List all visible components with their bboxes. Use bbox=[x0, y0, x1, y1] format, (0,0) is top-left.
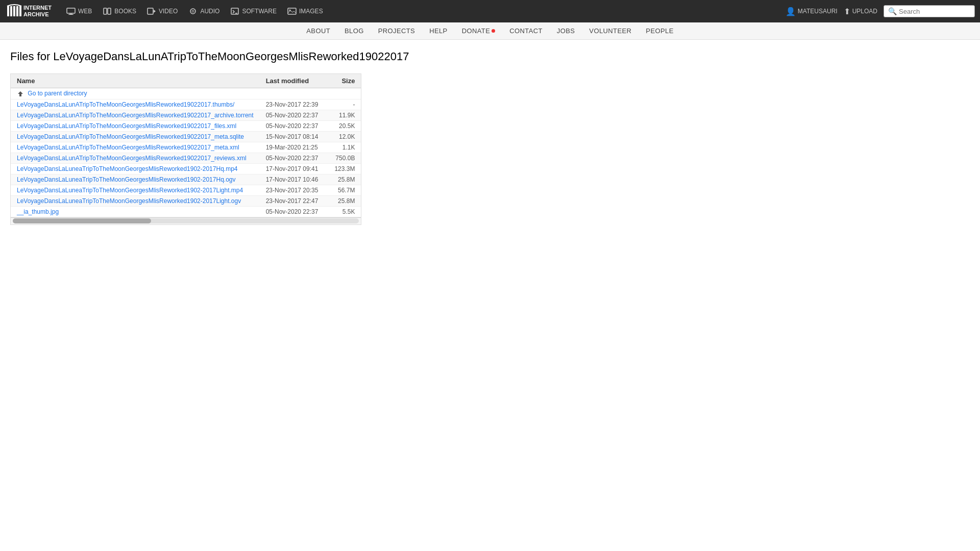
svg-rect-3 bbox=[13, 6, 15, 16]
user-link[interactable]: 👤 MATEUSAURI bbox=[786, 7, 838, 16]
file-size-cell: 5.5K bbox=[328, 206, 361, 217]
topbar-right: 👤 MATEUSAURI ⬆ UPLOAD 🔍 bbox=[786, 5, 975, 17]
nav-images[interactable]: IMAGES bbox=[283, 4, 327, 18]
file-date-cell: 05-Nov-2020 22:37 bbox=[260, 120, 329, 131]
file-name-cell: LeVoyageDansLaLunATripToTheMoonGeorgesMl… bbox=[11, 120, 260, 131]
horizontal-scrollbar[interactable] bbox=[11, 217, 361, 224]
file-date-cell: 05-Nov-2020 22:37 bbox=[260, 153, 329, 163]
secondbar: ABOUT BLOG PROJECTS HELP DONATE CONTACT … bbox=[0, 22, 980, 40]
nav-projects[interactable]: PROJECTS bbox=[371, 22, 422, 40]
table-row: LeVoyageDansLaLuneaTripToTheMoonGeorgesM… bbox=[11, 185, 361, 195]
top-nav: WEB BOOKS VIDEO bbox=[62, 4, 786, 18]
nav-blog[interactable]: BLOG bbox=[337, 22, 371, 40]
nav-help[interactable]: HELP bbox=[422, 22, 455, 40]
file-size-cell: - bbox=[328, 99, 361, 110]
file-size-cell: 11.9K bbox=[328, 110, 361, 120]
file-name-cell: LeVoyageDansLaLuneaTripToTheMoonGeorgesM… bbox=[11, 163, 260, 174]
file-date-cell: 23-Nov-2017 22:47 bbox=[260, 195, 329, 206]
file-name-cell: LeVoyageDansLaLunATripToTheMoonGeorgesMl… bbox=[11, 110, 260, 120]
table-header-row: Name Last modified Size bbox=[11, 74, 361, 88]
file-link[interactable]: LeVoyageDansLaLunATripToTheMoonGeorgesMl… bbox=[17, 133, 244, 140]
nav-video[interactable]: VIDEO bbox=[142, 4, 182, 18]
file-name-cell: __ia_thumb.jpg bbox=[11, 206, 260, 217]
nav-audio[interactable]: AUDIO bbox=[184, 4, 224, 18]
nav-about[interactable]: ABOUT bbox=[299, 22, 337, 40]
file-date-cell: 23-Nov-2017 22:39 bbox=[260, 99, 329, 110]
web-icon bbox=[66, 6, 76, 16]
nav-software[interactable]: SOFTWARE bbox=[226, 4, 281, 18]
file-link[interactable]: LeVoyageDansLaLunATripToTheMoonGeorgesMl… bbox=[17, 155, 247, 162]
svg-rect-17 bbox=[288, 8, 296, 14]
table-row: LeVoyageDansLaLunATripToTheMoonGeorgesMl… bbox=[11, 153, 361, 163]
nav-audio-label: AUDIO bbox=[200, 8, 219, 15]
file-link[interactable]: LeVoyageDansLaLunATripToTheMoonGeorgesMl… bbox=[17, 144, 239, 151]
file-date-cell: 23-Nov-2017 20:35 bbox=[260, 185, 329, 195]
nav-donate[interactable]: DONATE bbox=[455, 22, 503, 40]
logo[interactable]: INTERNET ARCHIVE bbox=[5, 2, 52, 20]
svg-rect-11 bbox=[148, 8, 153, 14]
file-date-cell: 05-Nov-2020 22:37 bbox=[260, 206, 329, 217]
nav-web[interactable]: WEB bbox=[62, 4, 96, 18]
table-row: LeVoyageDansLaLuneaTripToTheMoonGeorgesM… bbox=[11, 174, 361, 185]
file-link[interactable]: LeVoyageDansLaLuneaTripToTheMoonGeorgesM… bbox=[17, 197, 241, 205]
col-size: Size bbox=[328, 74, 361, 88]
svg-rect-8 bbox=[68, 14, 74, 15]
nav-jobs[interactable]: JOBS bbox=[550, 22, 582, 40]
parent-dir-link[interactable]: Go to parent directory bbox=[28, 90, 87, 97]
col-name: Name bbox=[11, 74, 260, 88]
upload-label: UPLOAD bbox=[852, 8, 877, 15]
images-icon bbox=[287, 6, 297, 16]
table-row: LeVoyageDansLaLunATripToTheMoonGeorgesMl… bbox=[11, 99, 361, 110]
file-link[interactable]: __ia_thumb.jpg bbox=[17, 208, 59, 215]
table-row: LeVoyageDansLaLuneaTripToTheMoonGeorgesM… bbox=[11, 195, 361, 206]
nav-books[interactable]: BOOKS bbox=[98, 4, 140, 18]
file-size-cell: 1.1K bbox=[328, 142, 361, 153]
nav-images-label: IMAGES bbox=[299, 8, 323, 15]
upload-icon: ⬆ bbox=[844, 7, 850, 16]
file-table-container: Name Last modified Size Go to parent dir… bbox=[10, 73, 361, 225]
table-row: LeVoyageDansLaLunATripToTheMoonGeorgesMl… bbox=[11, 131, 361, 142]
table-row: LeVoyageDansLaLuneaTripToTheMoonGeorgesM… bbox=[11, 163, 361, 174]
audio-icon bbox=[188, 6, 198, 16]
upload-link[interactable]: ⬆ UPLOAD bbox=[844, 7, 877, 16]
nav-video-label: VIDEO bbox=[159, 8, 178, 15]
donate-dot bbox=[492, 29, 495, 33]
svg-rect-1 bbox=[7, 6, 9, 16]
file-link[interactable]: LeVoyageDansLaLunATripToTheMoonGeorgesMl… bbox=[17, 112, 254, 119]
nav-software-label: SOFTWARE bbox=[242, 8, 277, 15]
user-icon: 👤 bbox=[786, 7, 796, 16]
books-icon bbox=[102, 6, 112, 16]
search-icon: 🔍 bbox=[888, 7, 897, 15]
file-link[interactable]: LeVoyageDansLaLunATripToTheMoonGeorgesMl… bbox=[17, 122, 236, 130]
file-date-cell: 05-Nov-2020 22:37 bbox=[260, 110, 329, 120]
nav-volunteer[interactable]: VOLUNTEER bbox=[582, 22, 639, 40]
file-name-cell: LeVoyageDansLaLunATripToTheMoonGeorgesMl… bbox=[11, 99, 260, 110]
svg-rect-5 bbox=[19, 6, 21, 16]
file-link[interactable]: LeVoyageDansLaLunATripToTheMoonGeorgesMl… bbox=[17, 101, 234, 108]
svg-rect-2 bbox=[10, 6, 12, 16]
svg-marker-12 bbox=[154, 10, 156, 13]
nav-people[interactable]: PEOPLE bbox=[639, 22, 680, 40]
file-size-cell: 25.8M bbox=[328, 174, 361, 185]
topbar: INTERNET ARCHIVE WEB BOOKS bbox=[0, 0, 980, 22]
file-date-cell: 17-Nov-2017 10:46 bbox=[260, 174, 329, 185]
file-link[interactable]: LeVoyageDansLaLuneaTripToTheMoonGeorgesM… bbox=[17, 176, 236, 183]
file-size-cell: 25.8M bbox=[328, 195, 361, 206]
parent-dir-cell: Go to parent directory bbox=[11, 88, 361, 99]
parent-up-icon bbox=[17, 90, 24, 97]
table-row: __ia_thumb.jpg05-Nov-2020 22:375.5K bbox=[11, 206, 361, 217]
software-icon bbox=[230, 6, 240, 16]
search-box[interactable]: 🔍 bbox=[884, 5, 975, 17]
video-icon bbox=[146, 6, 157, 16]
file-name-cell: LeVoyageDansLaLunATripToTheMoonGeorgesMl… bbox=[11, 153, 260, 163]
table-row: LeVoyageDansLaLunATripToTheMoonGeorgesMl… bbox=[11, 120, 361, 131]
file-link[interactable]: LeVoyageDansLaLuneaTripToTheMoonGeorgesM… bbox=[17, 165, 238, 172]
nav-contact[interactable]: CONTACT bbox=[502, 22, 550, 40]
nav-books-label: BOOKS bbox=[114, 8, 136, 15]
file-link[interactable]: LeVoyageDansLaLuneaTripToTheMoonGeorgesM… bbox=[17, 187, 243, 194]
page-title: Files for LeVoyageDansLaLunATripToTheMoo… bbox=[10, 50, 970, 63]
svg-rect-10 bbox=[108, 8, 111, 14]
file-size-cell: 12.0K bbox=[328, 131, 361, 142]
file-size-cell: 123.3M bbox=[328, 163, 361, 174]
search-input[interactable] bbox=[899, 8, 970, 15]
